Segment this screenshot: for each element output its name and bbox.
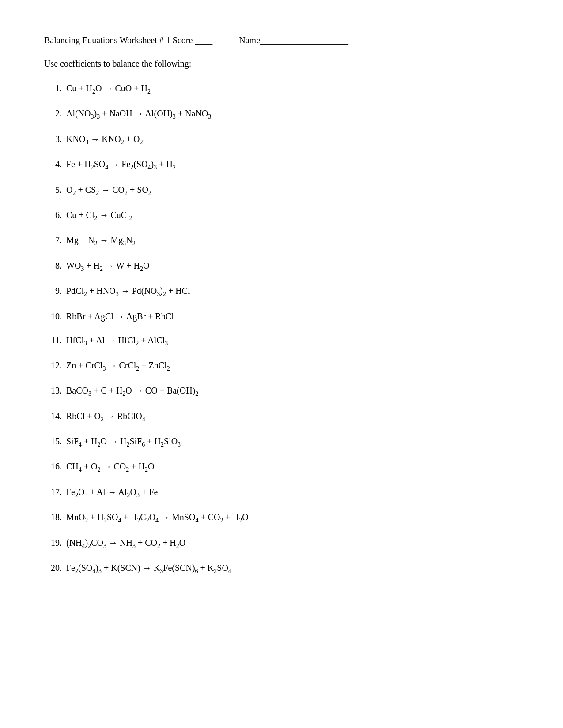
equation-number: 7. bbox=[44, 233, 62, 247]
equation-item: 4.Fe + H2SO4 → Fe2(SO4)3 + H2 bbox=[44, 157, 519, 173]
equation-number: 11. bbox=[44, 333, 62, 347]
equation-content: Cu + H2O → CuO + H2 bbox=[66, 81, 151, 97]
equation-item: 10.RbBr + AgCl → AgBr + RbCl bbox=[44, 309, 519, 323]
equation-content: BaCO3 + C + H2O → CO + Ba(OH)2 bbox=[66, 383, 198, 399]
equation-number: 15. bbox=[44, 434, 62, 448]
equation-content: HfCl3 + Al → HfCl2 + AlCl3 bbox=[66, 333, 168, 349]
equation-content: KNO3 → KNO2 + O2 bbox=[66, 132, 143, 147]
equation-content: Fe2(SO4)3 + K(SCN) → K3Fe(SCN)6 + K2SO4 bbox=[66, 561, 231, 576]
equation-item: 7.Mg + N2 → Mg3N2 bbox=[44, 233, 519, 248]
equation-item: 3.KNO3 → KNO2 + O2 bbox=[44, 132, 519, 147]
equation-item: 6.Cu + Cl2 → CuCl2 bbox=[44, 208, 519, 223]
equation-number: 16. bbox=[44, 459, 62, 473]
equation-item: 16.CH4 + O2 → CO2 + H2O bbox=[44, 459, 519, 475]
equation-content: SiF4 + H2O → H2SiF6 + H2SiO3 bbox=[66, 434, 181, 450]
equation-number: 5. bbox=[44, 183, 62, 197]
equation-item: 17.Fe2O3 + Al → Al2O3 + Fe bbox=[44, 485, 519, 500]
equations-list: 1.Cu + H2O → CuO + H22.Al(NO3)3 + NaOH →… bbox=[44, 81, 519, 576]
equation-content: Fe2O3 + Al → Al2O3 + Fe bbox=[66, 485, 158, 500]
equation-item: 8.WO3 + H2 → W + H2O bbox=[44, 259, 519, 274]
equation-content: O2 + CS2 → CO2 + SO2 bbox=[66, 183, 151, 198]
equation-content: Zn + CrCl3 → CrCl2 + ZnCl2 bbox=[66, 358, 170, 374]
equation-number: 13. bbox=[44, 383, 62, 398]
equation-item: 14.RbCl + O2 → RbClO4 bbox=[44, 409, 519, 424]
equation-number: 9. bbox=[44, 284, 62, 298]
worksheet-title: Balancing Equations Worksheet # 1 Score … bbox=[44, 35, 212, 45]
equation-content: RbBr + AgCl → AgBr + RbCl bbox=[66, 309, 174, 323]
equation-item: 19.(NH4)2CO3 → NH3 + CO2 + H2O bbox=[44, 536, 519, 551]
equation-item: 13.BaCO3 + C + H2O → CO + Ba(OH)2 bbox=[44, 383, 519, 399]
equation-number: 17. bbox=[44, 485, 62, 499]
equation-item: 11.HfCl3 + Al → HfCl2 + AlCl3 bbox=[44, 333, 519, 349]
equation-item: 1.Cu + H2O → CuO + H2 bbox=[44, 81, 519, 97]
equation-number: 10. bbox=[44, 309, 62, 323]
equation-number: 20. bbox=[44, 561, 62, 575]
equation-item: 15.SiF4 + H2O → H2SiF6 + H2SiO3 bbox=[44, 434, 519, 450]
equation-number: 6. bbox=[44, 208, 62, 222]
equation-number: 2. bbox=[44, 106, 62, 120]
equation-item: 2.Al(NO3)3 + NaOH → Al(OH)3 + NaNO3 bbox=[44, 106, 519, 122]
equation-number: 19. bbox=[44, 536, 62, 550]
equation-number: 4. bbox=[44, 157, 62, 171]
equation-number: 1. bbox=[44, 81, 62, 95]
equation-content: CH4 + O2 → CO2 + H2O bbox=[66, 459, 155, 475]
equation-content: Cu + Cl2 → CuCl2 bbox=[66, 208, 132, 223]
equation-number: 18. bbox=[44, 510, 62, 524]
equation-content: MnO2 + H2SO4 + H2C2O4 → MnSO4 + CO2 + H2… bbox=[66, 510, 249, 525]
name-label: Name____________________ bbox=[239, 35, 348, 45]
instructions-text: Use coefficients to balance the followin… bbox=[44, 59, 519, 69]
equation-item: 9.PdCl2 + HNO3 → Pd(NO3)2 + HCl bbox=[44, 284, 519, 299]
equation-content: Fe + H2SO4 → Fe2(SO4)3 + H2 bbox=[66, 157, 176, 173]
page-header: Balancing Equations Worksheet # 1 Score … bbox=[44, 35, 519, 45]
equation-item: 5.O2 + CS2 → CO2 + SO2 bbox=[44, 183, 519, 198]
equation-number: 12. bbox=[44, 358, 62, 372]
equation-content: PdCl2 + HNO3 → Pd(NO3)2 + HCl bbox=[66, 284, 190, 299]
equation-item: 18.MnO2 + H2SO4 + H2C2O4 → MnSO4 + CO2 +… bbox=[44, 510, 519, 525]
equation-item: 12.Zn + CrCl3 → CrCl2 + ZnCl2 bbox=[44, 358, 519, 374]
equation-content: RbCl + O2 → RbClO4 bbox=[66, 409, 145, 424]
equation-number: 14. bbox=[44, 409, 62, 423]
equation-content: Mg + N2 → Mg3N2 bbox=[66, 233, 136, 248]
equation-item: 20.Fe2(SO4)3 + K(SCN) → K3Fe(SCN)6 + K2S… bbox=[44, 561, 519, 576]
equation-content: Al(NO3)3 + NaOH → Al(OH)3 + NaNO3 bbox=[66, 106, 211, 122]
equation-number: 8. bbox=[44, 259, 62, 273]
equation-content: WO3 + H2 → W + H2O bbox=[66, 259, 149, 274]
equation-content: (NH4)2CO3 → NH3 + CO2 + H2O bbox=[66, 536, 185, 551]
equation-number: 3. bbox=[44, 132, 62, 146]
